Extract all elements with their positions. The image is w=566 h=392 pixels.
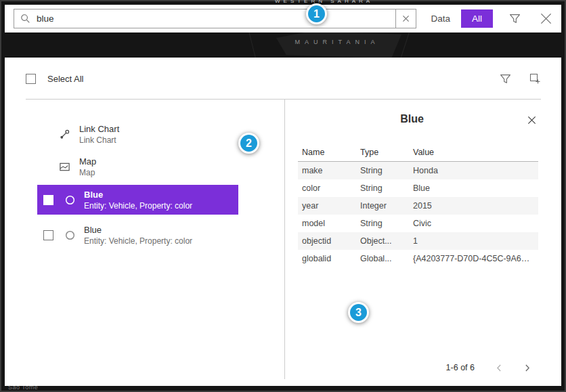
detail-title: Blue bbox=[284, 113, 540, 125]
cell-value: {A4203777-D70D-4C5C-9A65-C... bbox=[409, 254, 538, 263]
cell-name: make bbox=[298, 166, 356, 175]
cell-type: Global... bbox=[356, 254, 409, 263]
result-title: Blue bbox=[84, 190, 192, 200]
search-bar: Data All bbox=[5, 5, 561, 32]
cell-type: String bbox=[356, 166, 409, 175]
entity-circle-icon bbox=[65, 230, 75, 240]
result-checkbox[interactable] bbox=[43, 195, 53, 205]
close-icon bbox=[527, 115, 537, 125]
link-chart-icon bbox=[59, 129, 70, 140]
close-icon bbox=[540, 12, 552, 25]
map-label-mauritania: MAURITANIA bbox=[269, 39, 405, 45]
cell-name: objectid bbox=[298, 236, 356, 246]
search-icon bbox=[20, 14, 30, 24]
table-row: make String Honda bbox=[298, 162, 538, 179]
cell-type: String bbox=[356, 219, 409, 228]
app-window: WESTERN SAHARA MAURITANIA São Tomé Data … bbox=[0, 0, 566, 392]
cell-value: 1 bbox=[409, 236, 538, 246]
select-all-label: Select All bbox=[47, 74, 83, 84]
table-row: objectid Object... 1 bbox=[298, 232, 538, 250]
result-item-map[interactable]: Map Map bbox=[37, 152, 238, 181]
table-header-row: Name Type Value bbox=[298, 143, 538, 162]
column-header-name: Name bbox=[298, 148, 356, 157]
scope-all-button[interactable]: All bbox=[461, 9, 493, 28]
chevron-left-icon bbox=[495, 364, 504, 372]
result-subtitle: Link Chart bbox=[79, 135, 119, 145]
result-title: Link Chart bbox=[79, 124, 119, 134]
result-title: Map bbox=[79, 156, 96, 167]
entity-circle-icon bbox=[65, 195, 75, 205]
list-detail-divider bbox=[284, 100, 285, 379]
cell-type: String bbox=[356, 183, 409, 193]
search-results-panel: Select All bbox=[5, 58, 561, 386]
map-border-line bbox=[248, 30, 257, 60]
cell-name: color bbox=[298, 183, 356, 193]
cell-name: year bbox=[298, 201, 356, 211]
search-scope-controls: Data All bbox=[424, 9, 552, 28]
map-icon bbox=[59, 161, 70, 173]
clear-search-button[interactable] bbox=[395, 9, 416, 28]
result-item-blue[interactable]: Blue Entity: Vehicle, Property: color bbox=[37, 220, 238, 250]
result-subtitle: Map bbox=[79, 168, 96, 177]
cell-value: Civic bbox=[409, 219, 538, 228]
results-header: Select All bbox=[26, 71, 541, 86]
table-row: year Integer 2015 bbox=[298, 197, 538, 215]
select-all-checkbox[interactable] bbox=[26, 74, 36, 84]
filter-icon bbox=[509, 13, 521, 24]
cell-type: Object... bbox=[356, 236, 409, 246]
results-header-actions bbox=[500, 72, 541, 85]
cell-name: model bbox=[298, 219, 356, 228]
pagination-label: 1-6 of 6 bbox=[446, 363, 475, 372]
next-page-button[interactable] bbox=[523, 364, 531, 372]
filter-icon bbox=[500, 73, 511, 85]
clear-icon bbox=[402, 15, 410, 22]
result-item-blue-selected[interactable]: Blue Entity: Vehicle, Property: color bbox=[37, 185, 238, 215]
result-checkbox[interactable] bbox=[43, 230, 53, 240]
search-input-box[interactable] bbox=[14, 9, 396, 28]
annotation-badge-3: 3 bbox=[348, 302, 369, 323]
result-subtitle: Entity: Vehicle, Property: color bbox=[84, 201, 192, 211]
scope-data-button[interactable]: Data bbox=[424, 10, 457, 27]
pagination: 1-6 of 6 bbox=[446, 363, 531, 372]
chevron-right-icon bbox=[523, 364, 531, 372]
search-input[interactable] bbox=[37, 14, 389, 24]
close-detail-button[interactable] bbox=[527, 115, 537, 125]
header-divider bbox=[26, 99, 541, 100]
result-subtitle: Entity: Vehicle, Property: color bbox=[84, 236, 192, 246]
cell-name: globalid bbox=[298, 254, 356, 263]
map-label-top: WESTERN SAHARA bbox=[275, 0, 373, 4]
table-row: model String Civic bbox=[298, 215, 538, 232]
add-results-button[interactable] bbox=[529, 72, 541, 85]
properties-table: Name Type Value make String Honda color … bbox=[298, 143, 538, 267]
results-filter-button[interactable] bbox=[500, 73, 511, 85]
cell-value: Blue bbox=[409, 183, 538, 193]
result-item-link-chart[interactable]: Link Chart Link Chart bbox=[37, 120, 238, 148]
close-search-button[interactable] bbox=[540, 12, 552, 25]
cell-value: Honda bbox=[409, 166, 538, 175]
search-filter-button[interactable] bbox=[509, 13, 521, 24]
add-results-icon bbox=[529, 72, 541, 85]
table-row: color String Blue bbox=[298, 179, 538, 197]
cell-value: 2015 bbox=[409, 201, 538, 211]
table-row: globalid Global... {A4203777-D70D-4C5C-9… bbox=[298, 250, 538, 267]
annotation-badge-1: 1 bbox=[306, 3, 327, 24]
column-header-type: Type bbox=[356, 148, 409, 157]
result-title: Blue bbox=[84, 225, 192, 235]
cell-type: Integer bbox=[356, 201, 409, 211]
previous-page-button[interactable] bbox=[495, 364, 504, 372]
annotation-badge-2: 2 bbox=[238, 133, 259, 154]
column-header-value: Value bbox=[409, 148, 538, 157]
